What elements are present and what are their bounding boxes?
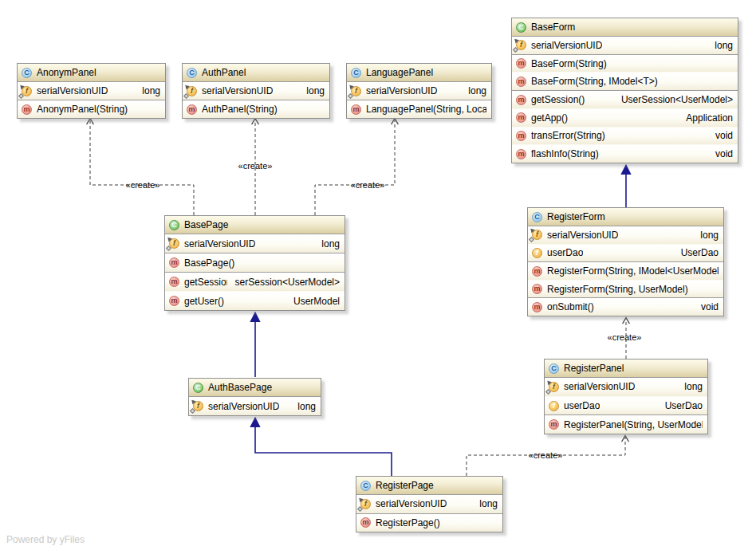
class-name: AuthPanel [202, 67, 246, 78]
member-signature: RegisterForm(String, UserModel) [547, 284, 688, 295]
member-row: fserialVersionUIDlong [165, 234, 345, 253]
class-node-registerpanel[interactable]: CRegisterPanelfserialVersionUIDlongfuser… [544, 359, 708, 434]
member-signature: serialVersionUID [202, 85, 273, 96]
member-signature: RegisterPanel(String, UserModel) [564, 419, 703, 430]
member-signature: serialVersionUID [37, 85, 108, 96]
static-marker-icon [18, 83, 25, 89]
class-icon: C [360, 481, 371, 491]
class-name: RegisterPanel [564, 363, 624, 374]
class-icon: C [532, 212, 542, 222]
member-type: void [594, 301, 719, 312]
field-icon: f [549, 401, 559, 411]
member-signature: RegisterForm(String, IModel<UserModel> [547, 265, 719, 277]
member-row: mBasePage() [165, 253, 345, 272]
member-type: Application [568, 112, 733, 124]
member-section: fserialVersionUIDlong [356, 495, 502, 513]
member-signature: transError(String) [531, 130, 605, 141]
member-row: mAuthPanel(String) [183, 100, 329, 118]
member-type: long [255, 238, 340, 249]
method-icon: m [516, 95, 526, 105]
final-marker-icon [166, 246, 171, 251]
class-header: CBasePage [165, 216, 345, 234]
edge-basepage-to-anonympanel[interactable] [90, 119, 194, 215]
member-signature: serialVersionUID [184, 238, 255, 249]
member-row: mAnonymPanel(String) [18, 100, 165, 118]
member-section: fserialVersionUIDlong [512, 37, 738, 54]
class-header: CRegisterForm [528, 208, 723, 226]
member-signature: userDao [547, 247, 583, 258]
uml-diagram-canvas: «create»«create»«create»«create»«create»… [0, 0, 756, 550]
member-section: mLanguagePanel(String, Locale. [347, 100, 491, 118]
static-marker-icon [357, 496, 364, 502]
method-icon: m [360, 517, 371, 528]
member-type: long [602, 40, 733, 51]
member-section: mAuthPanel(String) [183, 100, 329, 118]
member-signature: BaseForm(String) [531, 58, 607, 69]
class-name: BasePage [184, 219, 228, 230]
member-signature: getSession() [184, 277, 227, 288]
member-signature: serialVersionUID [376, 498, 447, 509]
static-marker-icon [529, 227, 535, 234]
member-row: mflashInfo(String)void [512, 144, 738, 163]
edge-registerpage-to-authbasepage[interactable] [255, 418, 392, 476]
member-signature: serialVersionUID [208, 401, 279, 412]
static-field-icon: f [193, 401, 203, 411]
final-marker-icon [545, 389, 551, 395]
member-section: fserialVersionUIDlong [18, 82, 165, 100]
class-header: CBaseForm [512, 18, 738, 37]
member-row: mBaseForm(String, IModel<T>) [512, 72, 738, 90]
class-node-anonympanel[interactable]: CAnonymPanelfserialVersionUIDlongmAnonym… [17, 63, 166, 119]
member-signature: serialVersionUID [366, 85, 437, 96]
class-header: CAuthBasePage [189, 379, 321, 397]
member-type: UserDao [600, 400, 703, 411]
member-row: mRegisterPage() [356, 514, 502, 532]
field-icon: f [532, 248, 542, 258]
class-node-basepage[interactable]: CBasePagefserialVersionUIDlongmBasePage(… [164, 215, 345, 311]
member-row: fserialVersionUIDlong [347, 82, 491, 100]
static-field-icon: f [532, 230, 542, 240]
member-section: fserialVersionUIDlong [347, 82, 491, 100]
method-icon: m [549, 419, 559, 430]
method-icon: m [169, 257, 179, 268]
final-marker-icon [183, 92, 189, 98]
member-section: mBasePage() [165, 253, 345, 272]
member-row: mLanguagePanel(String, Locale. [347, 100, 491, 118]
class-name: AuthBasePage [208, 382, 272, 393]
member-type: long [273, 85, 325, 96]
class-node-authbasepage[interactable]: CAuthBasePagefserialVersionUIDlong [188, 378, 321, 416]
member-type: long [279, 401, 316, 412]
class-header: CAuthPanel [183, 64, 329, 82]
class-icon: C [351, 68, 361, 78]
class-name: AnonymPanel [37, 67, 96, 78]
edge-label-create: «create» [608, 332, 642, 342]
class-node-authpanel[interactable]: CAuthPanelfserialVersionUIDlongmAuthPane… [182, 63, 330, 119]
static-field-icon: f [360, 499, 371, 509]
member-section: fserialVersionUIDlongfuserDaoUserDao [528, 226, 723, 261]
class-icon: C [187, 68, 197, 78]
member-row: mBaseForm(String) [512, 55, 738, 73]
class-node-registerform[interactable]: CRegisterFormfserialVersionUIDlongfuserD… [527, 207, 724, 316]
class-header: CRegisterPage [356, 477, 502, 495]
class-node-languagepanel[interactable]: CLanguagePanelfserialVersionUIDlongmLang… [346, 63, 492, 119]
member-row: fserialVersionUIDlong [545, 378, 707, 396]
member-section: fserialVersionUIDlong [165, 234, 345, 253]
member-signature: getUser() [184, 296, 224, 307]
member-signature: flashInfo(String) [531, 148, 599, 159]
member-row: monSubmit()void [528, 298, 723, 316]
member-row: fserialVersionUIDlong [528, 226, 723, 244]
class-node-registerpage[interactable]: CRegisterPagefserialVersionUIDlongmRegis… [356, 476, 503, 532]
edge-basepage-to-languagepanel[interactable] [315, 119, 395, 215]
static-marker-icon [166, 236, 172, 242]
class-name: RegisterPage [376, 480, 434, 491]
member-row: fuserDaoUserDao [545, 396, 707, 415]
edge-label-create: «create» [126, 180, 160, 190]
member-signature: serialVersionUID [531, 40, 602, 51]
method-icon: m [169, 277, 179, 287]
member-row: fuserDaoUserDao [528, 244, 723, 262]
method-icon: m [532, 266, 542, 277]
member-signature: getApp() [531, 112, 568, 124]
class-name: LanguagePanel [366, 67, 433, 78]
final-marker-icon [513, 47, 518, 53]
class-node-baseform[interactable]: CBaseFormfserialVersionUIDlongmBaseForm(… [511, 18, 738, 163]
member-section: monSubmit()void [528, 297, 723, 316]
